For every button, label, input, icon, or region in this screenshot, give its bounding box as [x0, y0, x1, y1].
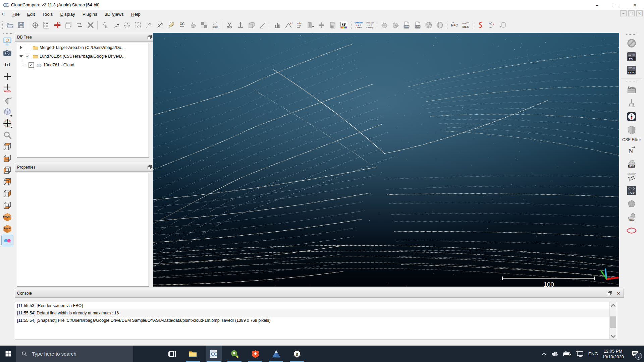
save-button[interactable]: [16, 20, 26, 30]
restore-button[interactable]: [606, 0, 625, 10]
mdi-restore-button[interactable]: [628, 10, 635, 16]
mesh-sampling-button[interactable]: [188, 20, 198, 30]
hidden-icons-chevron-icon[interactable]: [541, 351, 547, 357]
gaussian-filter-button[interactable]: μ,σ: [283, 20, 293, 30]
view-bottom-button[interactable]: [1, 199, 13, 211]
mountain-app-taskbar-icon[interactable]: [268, 346, 284, 362]
compass-button[interactable]: [625, 110, 638, 123]
iso-view-button[interactable]: [1, 106, 13, 117]
close-button[interactable]: ✕: [625, 0, 644, 10]
cross-section-button[interactable]: [235, 20, 246, 30]
collapse-icon[interactable]: [19, 55, 23, 58]
view-back-button[interactable]: [1, 176, 13, 188]
search-input[interactable]: [31, 351, 126, 357]
language-indicator[interactable]: ENG: [588, 351, 598, 356]
minimize-button[interactable]: –: [588, 0, 606, 10]
m3c2-button[interactable]: M3C2: [625, 170, 638, 184]
delete-button[interactable]: [86, 20, 96, 30]
dbtree-float-icon[interactable]: [147, 34, 153, 40]
taskbar-clock[interactable]: 12:05 PM 19/10/2020: [602, 348, 624, 360]
rotate-camera-button[interactable]: [1, 94, 13, 106]
segmentation-tool-button[interactable]: [486, 20, 496, 30]
sor-filter-button[interactable]: SOR: [210, 20, 220, 30]
menu-help[interactable]: Help: [127, 10, 144, 18]
tree-item[interactable]: ✓10nd761 - Cloud: [17, 61, 149, 69]
stereogram-globe-button[interactable]: [435, 20, 445, 30]
clone-button[interactable]: [63, 20, 73, 30]
view-right-button[interactable]: [1, 188, 13, 199]
console-close-icon[interactable]: ✕: [615, 290, 622, 296]
onedrive-icon[interactable]: [551, 350, 559, 358]
scroll-up-icon[interactable]: [610, 302, 616, 308]
pattern-checker-button[interactable]: [199, 20, 209, 30]
console-float-icon[interactable]: [607, 290, 613, 296]
export-shp-button[interactable]: SHP: [401, 20, 412, 30]
menu-3d-views[interactable]: 3D Views: [101, 10, 127, 18]
open-button[interactable]: [5, 20, 15, 30]
segment-scissors-button[interactable]: [224, 20, 234, 30]
subsample-button[interactable]: [111, 20, 121, 30]
facets-extract-button[interactable]: [379, 20, 389, 30]
network-icon[interactable]: [576, 350, 584, 358]
properties-float-icon[interactable]: [147, 164, 153, 170]
shaders-off-button[interactable]: [625, 37, 638, 50]
visibility-checkbox[interactable]: [25, 45, 30, 50]
view-back-iso-button[interactable]: BACK: [1, 223, 13, 235]
qgis-taskbar-icon[interactable]: [226, 346, 243, 362]
zoom-1-1-button[interactable]: 1:1: [1, 59, 13, 70]
csf-filter-button[interactable]: [625, 123, 638, 137]
menu-plugins[interactable]: Plugins: [79, 10, 101, 18]
dropdown-caret-icon[interactable]: [10, 127, 13, 128]
menu-tools[interactable]: Tools: [39, 10, 57, 18]
pcv-button[interactable]: PCV: [625, 184, 638, 197]
scroll-thumb[interactable]: [610, 316, 616, 328]
clipping-box-button[interactable]: [247, 20, 257, 30]
dbtree-list[interactable]: Merged-Target-Area.bin (C:/Users/rbaga/D…: [17, 43, 149, 158]
menu-file[interactable]: File: [9, 10, 23, 18]
random-sample-button[interactable]: [144, 20, 154, 30]
unreal-engine-taskbar-icon[interactable]: u: [289, 346, 305, 362]
menu-display[interactable]: Display: [57, 10, 79, 18]
level-button[interactable]: [258, 20, 268, 30]
mls-smoothing-button[interactable]: MLS: [461, 20, 471, 30]
task-view-taskbar-icon[interactable]: [164, 346, 180, 362]
file-explorer-taskbar-icon[interactable]: [185, 346, 201, 362]
console-scrollbar[interactable]: [609, 302, 616, 339]
view-front-iso-button[interactable]: FRONT: [1, 211, 13, 223]
zoom-magnifier-button[interactable]: [1, 129, 13, 141]
normals-curvature-button[interactable]: N+C: [449, 20, 460, 30]
scroll-down-icon[interactable]: [610, 333, 616, 339]
extract-sections-button[interactable]: [497, 20, 507, 30]
ssao-shader-button[interactable]: SSAO: [625, 63, 638, 77]
hpr-button[interactable]: HPR: [625, 157, 638, 170]
dropdown-caret-icon[interactable]: [10, 115, 13, 117]
histogram-button[interactable]: [272, 20, 282, 30]
sf-colors-button[interactable]: SF: [339, 20, 349, 30]
tree-item[interactable]: Merged-Target-Area.bin (C:/Users/rbaga/D…: [17, 43, 149, 52]
pan-view-button[interactable]: [1, 117, 13, 129]
interactive-segment-button[interactable]: [166, 20, 176, 30]
mdi-close-button[interactable]: ✕: [636, 10, 643, 16]
brave-taskbar-icon[interactable]: [247, 346, 263, 362]
battery-icon[interactable]: [563, 350, 572, 358]
view-front-button[interactable]: [1, 153, 13, 164]
display-options-button[interactable]: [1, 35, 13, 47]
screenshot-button[interactable]: [1, 47, 13, 59]
spline-tool-button[interactable]: [475, 20, 485, 30]
add-point-button[interactable]: [52, 20, 62, 30]
properties-list-button[interactable]: [41, 20, 51, 30]
contour-ellipse-button[interactable]: [625, 224, 638, 237]
noise-filter-button[interactable]: [122, 20, 132, 30]
start-button[interactable]: [0, 346, 16, 362]
visibility-checkbox[interactable]: ✓: [25, 54, 30, 59]
min-filter-button[interactable]: min: [294, 20, 305, 30]
expand-icon[interactable]: [19, 46, 23, 49]
canupo-create-button[interactable]: CANUPOCreate: [354, 20, 364, 30]
edl-shader-button[interactable]: EDL: [625, 50, 638, 63]
pick-rotation-center-button[interactable]: [1, 70, 13, 82]
sf-calculator-button[interactable]: [328, 20, 338, 30]
visibility-checkbox[interactable]: ✓: [29, 62, 34, 68]
cloud-cloud-distance-button[interactable]: CC: [177, 20, 187, 30]
auto-pick-center-button[interactable]: auto: [1, 82, 13, 94]
canupo-classify-button[interactable]: CANUPOClassify: [365, 20, 375, 30]
